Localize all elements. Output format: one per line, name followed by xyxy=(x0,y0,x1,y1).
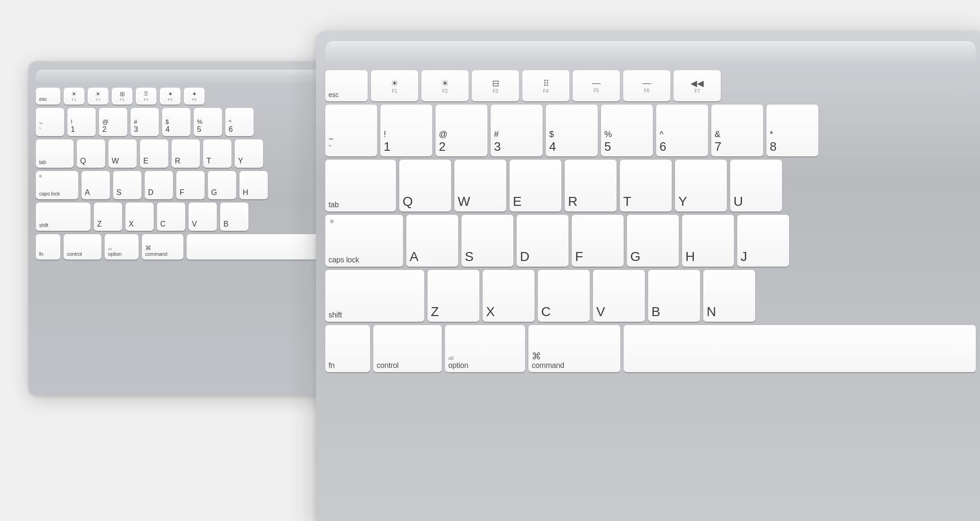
large-key-g[interactable]: G xyxy=(627,215,679,267)
small-key-fn[interactable]: fn xyxy=(36,234,60,260)
large-key-f3[interactable]: ⊟ F3 xyxy=(472,70,519,101)
small-key-shift-left[interactable]: shift xyxy=(36,203,91,231)
small-key-y[interactable]: Y xyxy=(235,139,263,168)
large-key-q[interactable]: Q xyxy=(399,160,451,212)
small-key-f5[interactable]: ✦ F5 xyxy=(160,88,181,105)
large-key-s[interactable]: S xyxy=(461,215,513,267)
large-key-u[interactable]: U xyxy=(730,160,782,212)
small-key-f3[interactable]: ⊞ F3 xyxy=(112,88,132,105)
small-key-tilde[interactable]: ~ ` xyxy=(36,108,64,136)
small-key-w[interactable]: W xyxy=(108,139,137,168)
large-key-f7[interactable]: ◀◀ F7 xyxy=(674,70,721,101)
large-key-b[interactable]: B xyxy=(648,270,700,322)
small-key-option[interactable]: alt option xyxy=(105,234,139,260)
small-key-2[interactable]: @ 2 xyxy=(99,108,127,136)
small-key-esc[interactable]: esc xyxy=(36,88,60,105)
keyboard-large: esc ☀ F1 ☀ F2 ⊟ F3 xyxy=(316,31,980,521)
small-home-row: caps lock A S D F G H xyxy=(36,171,332,199)
large-qwerty-row: tab Q W E R T Y U xyxy=(325,160,976,212)
small-key-f4[interactable]: ⠿ F4 xyxy=(136,88,156,105)
small-f2-label: ☀ F2 xyxy=(91,90,105,102)
small-key-tab[interactable]: tab xyxy=(36,139,74,168)
large-key-4[interactable]: $ 4 xyxy=(546,105,598,156)
large-key-t[interactable]: T xyxy=(620,160,672,212)
large-capslock-indicator xyxy=(330,220,334,223)
large-key-shift-left[interactable]: shift xyxy=(325,270,424,322)
small-key-x[interactable]: X xyxy=(125,203,154,231)
large-key-1[interactable]: ! 1 xyxy=(380,105,432,156)
small-key-q[interactable]: Q xyxy=(77,139,105,168)
small-key-space[interactable] xyxy=(187,234,332,260)
large-key-x[interactable]: X xyxy=(483,270,535,322)
small-key-r[interactable]: R xyxy=(172,139,200,168)
large-key-n[interactable]: N xyxy=(703,270,755,322)
large-key-d[interactable]: D xyxy=(517,215,568,267)
small-key-command[interactable]: ⌘ command xyxy=(142,234,183,260)
large-key-tilde[interactable]: ~ ` xyxy=(325,105,377,156)
small-key-t[interactable]: T xyxy=(203,139,231,168)
large-fn-row: esc ☀ F1 ☀ F2 ⊟ F3 xyxy=(325,70,976,101)
large-key-control[interactable]: control xyxy=(373,325,442,372)
small-key-e[interactable]: E xyxy=(140,139,168,168)
large-key-f[interactable]: F xyxy=(572,215,624,267)
large-key-space[interactable] xyxy=(624,325,976,372)
keyboards-container: esc ☀ F1 ☀ F2 ⊞ F3 xyxy=(0,0,980,521)
small-key-z[interactable]: Z xyxy=(94,203,122,231)
small-key-1[interactable]: ! 1 xyxy=(67,108,96,136)
small-key-f[interactable]: F xyxy=(176,171,205,199)
large-key-6[interactable]: ^ 6 xyxy=(656,105,708,156)
small-fn-row: esc ☀ F1 ☀ F2 ⊞ F3 xyxy=(36,88,332,105)
large-key-3[interactable]: # 3 xyxy=(491,105,543,156)
large-key-h[interactable]: H xyxy=(682,215,734,267)
large-key-f6[interactable]: — F6 xyxy=(623,70,670,101)
small-key-f2[interactable]: ☀ F2 xyxy=(88,88,108,105)
large-key-capslock[interactable]: caps lock xyxy=(325,215,403,267)
large-key-f4[interactable]: ⠿ F4 xyxy=(522,70,569,101)
small-key-5[interactable]: % 5 xyxy=(194,108,222,136)
large-key-j[interactable]: J xyxy=(737,215,789,267)
small-key-control[interactable]: control xyxy=(64,234,101,260)
large-key-8[interactable]: * 8 xyxy=(766,105,818,156)
large-key-a[interactable]: A xyxy=(406,215,458,267)
small-key-g[interactable]: G xyxy=(208,171,236,199)
small-key-a[interactable]: A xyxy=(82,171,110,199)
large-key-w[interactable]: W xyxy=(454,160,506,212)
small-key-v[interactable]: V xyxy=(189,203,217,231)
small-key-6[interactable]: ^ 6 xyxy=(225,108,254,136)
large-key-f5[interactable]: — F5 xyxy=(573,70,620,101)
small-key-4[interactable]: $ 4 xyxy=(162,108,190,136)
small-f4-label: ⠿ F4 xyxy=(139,90,153,102)
small-f1-label: ☀ F1 xyxy=(67,90,81,102)
small-key-esc-label: esc xyxy=(39,96,47,102)
small-key-c[interactable]: C xyxy=(157,203,185,231)
small-key-d[interactable]: D xyxy=(145,171,173,199)
small-key-f6[interactable]: ✦ F6 xyxy=(184,88,205,105)
large-key-f1[interactable]: ☀ F1 xyxy=(371,70,418,101)
large-key-tab[interactable]: tab xyxy=(325,160,396,212)
small-key-f1[interactable]: ☀ F1 xyxy=(64,88,84,105)
large-key-f2[interactable]: ☀ F2 xyxy=(421,70,469,101)
small-qwerty-row: tab Q W E R T Y xyxy=(36,139,332,168)
large-key-2[interactable]: @ 2 xyxy=(436,105,487,156)
large-num-row: ~ ` ! 1 @ 2 # 3 $ 4 % 5 xyxy=(325,105,976,156)
large-key-y[interactable]: Y xyxy=(675,160,727,212)
small-key-3[interactable]: # 3 xyxy=(131,108,159,136)
large-key-z[interactable]: Z xyxy=(428,270,479,322)
small-key-h[interactable]: H xyxy=(239,171,268,199)
large-key-v[interactable]: V xyxy=(593,270,645,322)
small-key-b[interactable]: B xyxy=(220,203,248,231)
large-key-e[interactable]: E xyxy=(510,160,561,212)
large-key-esc[interactable]: esc xyxy=(325,70,368,101)
large-key-option[interactable]: alt option xyxy=(445,325,525,372)
keyboard-small-top-bar xyxy=(36,70,332,83)
large-key-5[interactable]: % 5 xyxy=(601,105,653,156)
large-key-fn[interactable]: fn xyxy=(325,325,370,372)
large-bottom-row: fn control alt option ⌘ command xyxy=(325,325,976,372)
large-key-r[interactable]: R xyxy=(565,160,617,212)
large-key-command[interactable]: ⌘ command xyxy=(528,325,620,372)
small-key-s[interactable]: S xyxy=(113,171,141,199)
large-key-7[interactable]: & 7 xyxy=(711,105,763,156)
small-key-capslock[interactable]: caps lock xyxy=(36,171,78,199)
small-num-row: ~ ` ! 1 @ 2 # 3 $ 4 % 5 xyxy=(36,108,332,136)
large-key-c[interactable]: C xyxy=(538,270,590,322)
